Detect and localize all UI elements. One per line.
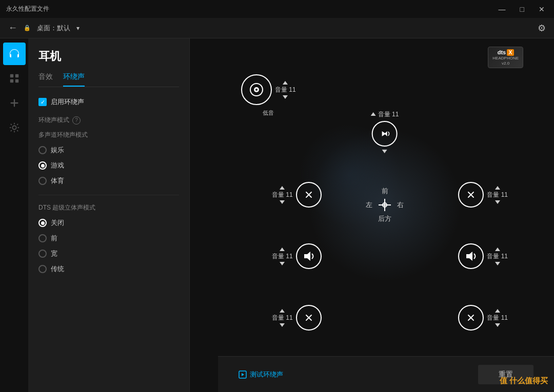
help-icon[interactable]: ? <box>72 116 81 125</box>
front-right-icon[interactable] <box>458 182 484 208</box>
direction-left: 左 <box>366 200 372 210</box>
enable-surround-label: 启用环绕声 <box>51 97 84 107</box>
enable-surround-row: ✓ 启用环绕声 <box>38 97 179 107</box>
front-left-down[interactable] <box>280 200 285 204</box>
maximize-button[interactable]: □ <box>517 4 527 14</box>
radio-off[interactable]: 关闭 <box>38 218 179 228</box>
rear-left-down[interactable] <box>280 323 285 327</box>
test-surround-label: 测试环绕声 <box>250 370 283 379</box>
speaker-rear-left: 音量 11 <box>272 305 322 331</box>
dts-logo: dts X HEADPHONE v2.0 <box>488 47 523 68</box>
multichannel-radio-group: 娱乐 游戏 体育 <box>38 146 179 185</box>
minimize-button[interactable]: — <box>496 4 509 14</box>
crosshair-icon <box>378 198 392 212</box>
radio-game[interactable]: 游戏 <box>38 161 179 170</box>
tab-surround[interactable]: 环绕声 <box>63 72 85 87</box>
tab-sound[interactable]: 音效 <box>38 72 53 87</box>
sidebar-item-grid[interactable] <box>3 67 26 90</box>
rear-left-up[interactable] <box>280 309 285 313</box>
bass-icon-circle[interactable] <box>241 74 272 105</box>
radio-sports-circle <box>38 177 47 185</box>
svg-rect-0 <box>10 74 13 77</box>
front-left-label: 音量 11 <box>272 191 293 199</box>
dts-version: v2.0 <box>502 61 509 66</box>
mid-right-unit: 音量 11 <box>458 243 508 269</box>
front-right-vol: 音量 11 <box>487 186 508 204</box>
test-surround-button[interactable]: 测试环绕声 <box>239 370 283 379</box>
topbar: ← 🔒 桌面：默认 ▾ ⚙ <box>0 18 554 38</box>
titlebar-controls: — □ ✕ <box>496 4 548 14</box>
mid-right-icon[interactable] <box>458 243 484 269</box>
radio-front-circle <box>38 234 47 242</box>
mid-right-down[interactable] <box>495 262 500 265</box>
rear-right-label: 音量 11 <box>487 314 508 322</box>
svg-line-8 <box>17 130 18 131</box>
front-right-down[interactable] <box>495 200 500 204</box>
mid-right-label: 音量 11 <box>487 252 508 261</box>
speaker-mid-left: 音量 11 <box>272 243 322 269</box>
rear-right-up[interactable] <box>495 309 500 313</box>
dts-radio-group: 关闭 前 宽 传统 <box>38 218 179 274</box>
mid-right-vol: 音量 11 <box>487 247 508 265</box>
front-left-icon[interactable] <box>296 182 322 208</box>
watermark-text: 值 什么值得买 <box>500 376 548 385</box>
back-button[interactable]: ← <box>8 23 17 33</box>
speaker-rear-right: 音量 11 <box>458 305 508 331</box>
bass-vol-ctrl: 音量 11 <box>275 81 296 99</box>
svg-line-12 <box>17 124 18 125</box>
direction-right: 右 <box>397 200 404 210</box>
svg-marker-30 <box>242 373 244 376</box>
bass-vol-up[interactable] <box>283 81 288 85</box>
front-left-unit: 音量 11 <box>272 182 322 208</box>
dts-label: DTS 超级立体声模式 <box>38 203 179 212</box>
radio-wide-circle <box>38 250 47 258</box>
enable-surround-checkbox[interactable]: ✓ <box>38 98 47 106</box>
mid-right-up[interactable] <box>495 247 500 251</box>
radio-classic[interactable]: 传统 <box>38 264 179 274</box>
radio-front[interactable]: 前 <box>38 234 179 243</box>
mid-left-label: 音量 11 <box>272 252 293 261</box>
titlebar: 永久性配置文件 — □ ✕ <box>0 0 554 18</box>
rear-left-vol: 音量 11 <box>272 309 293 327</box>
radio-sports[interactable]: 体育 <box>38 176 179 185</box>
mid-left-up[interactable] <box>280 247 285 251</box>
radio-off-label: 关闭 <box>51 218 64 228</box>
settings-gear-icon[interactable]: ⚙ <box>538 23 546 34</box>
rear-left-icon[interactable] <box>296 305 322 331</box>
center-vol-up[interactable] <box>371 112 376 116</box>
bass-vol-down[interactable] <box>283 95 288 99</box>
center-vol-label: 音量 11 <box>378 110 399 119</box>
lock-icon: 🔒 <box>24 25 31 31</box>
rear-right-icon[interactable] <box>458 305 484 331</box>
direction-center: 前 左 右 后方 <box>366 187 404 223</box>
front-left-vol: 音量 11 <box>272 186 293 204</box>
surround-mode-label: 环绕声模式 ? <box>38 116 179 125</box>
speaker-bass-unit: 音量 11 <box>241 74 296 105</box>
close-button[interactable]: ✕ <box>536 4 548 14</box>
sidebar-item-light[interactable] <box>3 116 26 139</box>
direction-cross-row: 左 右 <box>366 198 404 212</box>
svg-marker-21 <box>466 252 472 261</box>
panel-title: 耳机 <box>38 49 179 64</box>
rear-right-down[interactable] <box>495 323 500 327</box>
speaker-bass: 音量 11 低音 <box>241 74 296 117</box>
radio-entertainment-label: 娱乐 <box>51 146 64 155</box>
center-icon-circle[interactable] <box>372 121 398 147</box>
sidebar-item-headphone[interactable] <box>3 43 26 65</box>
sidebar-item-add[interactable] <box>3 92 26 114</box>
front-left-up[interactable] <box>280 186 285 190</box>
test-icon <box>239 370 247 379</box>
front-right-label: 音量 11 <box>487 191 508 199</box>
mid-left-icon[interactable] <box>296 243 322 269</box>
mid-left-down[interactable] <box>280 262 285 265</box>
bass-label: 低音 <box>263 109 274 117</box>
front-right-up[interactable] <box>495 186 500 190</box>
speaker-front-right: 音量 11 <box>458 182 508 208</box>
dts-x-badge: X <box>507 49 513 56</box>
radio-entertainment[interactable]: 娱乐 <box>38 146 179 155</box>
bass-volume-label: 音量 11 <box>275 86 296 94</box>
center-vol-down[interactable] <box>382 150 387 153</box>
rear-right-unit: 音量 11 <box>458 305 508 331</box>
radio-wide[interactable]: 宽 <box>38 249 179 258</box>
dropdown-arrow[interactable]: ▾ <box>76 25 80 32</box>
